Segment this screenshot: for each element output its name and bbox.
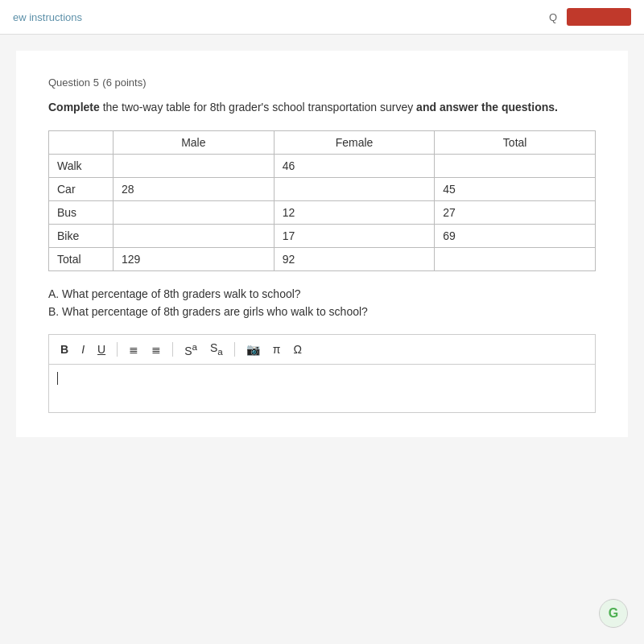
sub-questions-section: A. What percentage of 8th graders walk t…	[48, 287, 596, 318]
toolbar-omega[interactable]: Ω	[290, 341, 304, 357]
main-content: Question 5 (6 points) Complete the two-w…	[16, 51, 628, 437]
top-bar: ew instructions Q	[0, 0, 644, 35]
table-cell-1-1: 28	[114, 178, 275, 201]
instructions-link[interactable]: ew instructions	[13, 11, 82, 23]
table-cell-3-3: 69	[435, 225, 596, 248]
toolbar-superscript[interactable]: Sa	[181, 340, 200, 359]
table-cell-1-3: 45	[435, 178, 596, 201]
table-cell-1-0: Car	[49, 178, 114, 201]
col-header-total: Total	[435, 131, 596, 155]
toolbar-underline[interactable]: U	[94, 341, 109, 357]
question-instruction: Complete the two-way table for 8th grade…	[48, 99, 596, 116]
grammarly-button[interactable]: G	[599, 599, 628, 628]
editor-cursor	[57, 372, 58, 385]
question-number: Question 5	[48, 76, 99, 89]
table-cell-0-0: Walk	[49, 155, 114, 178]
col-header-male: Male	[114, 131, 275, 155]
toolbar-divider-2	[172, 342, 173, 357]
table-cell-4-0: Total	[49, 248, 114, 271]
q-label: Q	[549, 11, 557, 23]
toolbar-list-ordered[interactable]: ≣	[126, 341, 142, 357]
toolbar-divider-1	[117, 342, 118, 357]
toolbar-image[interactable]: 📷	[243, 341, 263, 357]
table-cell-4-1: 129	[114, 248, 275, 271]
table-row: Total12992	[49, 248, 596, 271]
table-cell-0-1	[114, 155, 275, 178]
table-row: Bike1769	[49, 225, 596, 248]
toolbar-pi[interactable]: π	[270, 341, 284, 357]
table-header-row: Male Female Total	[49, 131, 596, 155]
table-cell-0-3	[435, 155, 596, 178]
editor-area[interactable]	[48, 365, 596, 413]
top-bar-button[interactable]	[567, 8, 631, 26]
question-header: Question 5 (6 points)	[48, 75, 596, 89]
toolbar-bold[interactable]: B	[57, 341, 72, 357]
instruction-bold-end: and answer the questions.	[416, 101, 558, 114]
col-header-label	[49, 131, 114, 155]
table-row: Car2845	[49, 178, 596, 201]
toolbar-divider-3	[234, 342, 235, 357]
transportation-table: Male Female Total Walk46Car2845Bus1227Bi…	[48, 130, 596, 271]
sub-question-b: B. What percentage of 8th graders are gi…	[48, 305, 596, 318]
sub-question-a: A. What percentage of 8th graders walk t…	[48, 287, 596, 300]
table-cell-0-2: 46	[274, 155, 435, 178]
col-header-female: Female	[274, 131, 435, 155]
table-cell-2-1	[114, 201, 275, 225]
instruction-rest: the two-way table for 8th grader's schoo…	[100, 101, 416, 114]
toolbar-subscript[interactable]: Sa	[207, 340, 226, 358]
table-row: Bus1227	[49, 201, 596, 225]
table-cell-4-2: 92	[274, 248, 435, 271]
editor-toolbar: B I U ≣ ≣ Sa Sa 📷 π Ω	[48, 334, 596, 365]
table-cell-3-0: Bike	[49, 225, 114, 248]
table-row: Walk46	[49, 155, 596, 178]
instruction-bold-start: Complete	[48, 101, 100, 114]
table-cell-1-2	[274, 178, 435, 201]
table-cell-3-2: 17	[274, 225, 435, 248]
toolbar-italic[interactable]: I	[78, 341, 88, 357]
toolbar-list-unordered[interactable]: ≣	[148, 341, 164, 357]
table-cell-3-1	[114, 225, 275, 248]
table-cell-4-3	[435, 248, 596, 271]
table-cell-2-2: 12	[274, 201, 435, 225]
table-cell-2-0: Bus	[49, 201, 114, 225]
question-points: (6 points)	[102, 76, 146, 89]
table-cell-2-3: 27	[435, 201, 596, 225]
